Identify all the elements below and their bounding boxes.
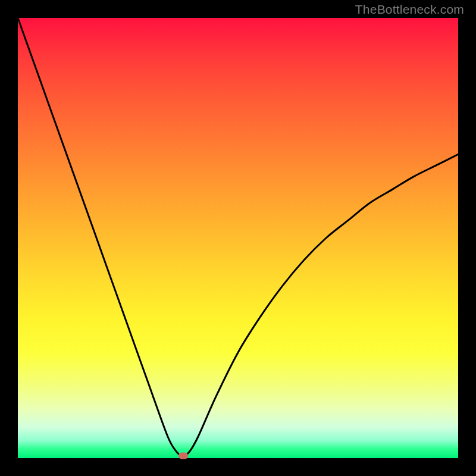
curve-layer <box>18 18 458 458</box>
chart-frame: TheBottleneck.com <box>0 0 476 476</box>
minimum-marker <box>178 453 188 459</box>
watermark-text: TheBottleneck.com <box>355 2 464 17</box>
plot-area <box>18 18 458 458</box>
bottleneck-curve <box>18 18 458 456</box>
